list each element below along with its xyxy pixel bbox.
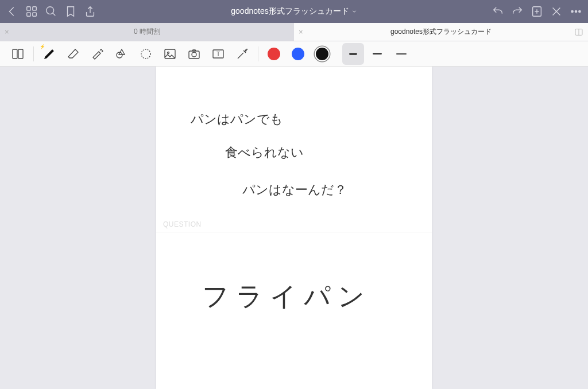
grid-icon[interactable]	[25, 5, 38, 18]
outline-tool[interactable]	[7, 43, 29, 65]
titlebar: goodnotes形式フラッシュカード	[0, 0, 588, 23]
svg-point-4	[47, 7, 54, 14]
toolbar: ⚡ T	[0, 41, 588, 67]
canvas-area[interactable]: パンはパンでも 食べられない パンはなーんだ？ QUESTION フライパン	[0, 67, 588, 389]
chevron-down-icon	[351, 9, 357, 14]
svg-point-19	[141, 49, 150, 59]
lasso-tool[interactable]	[135, 43, 157, 65]
split-view-icon[interactable]	[574, 28, 583, 37]
tab-close-icon[interactable]: ×	[5, 28, 9, 36]
titlebar-right	[492, 5, 582, 18]
svg-point-23	[192, 52, 196, 57]
tabs-row: × 0 時間割 × goodnotes形式フラッシュカード	[0, 23, 588, 41]
laser-tool[interactable]	[231, 43, 253, 65]
svg-rect-16	[13, 49, 17, 59]
stroke-thick[interactable]	[342, 43, 364, 65]
pen-tool[interactable]: ⚡	[38, 43, 60, 65]
bookmark-icon[interactable]	[64, 5, 77, 18]
color-red[interactable]	[268, 48, 280, 60]
svg-point-11	[571, 10, 573, 12]
svg-point-13	[579, 10, 581, 12]
share-icon[interactable]	[84, 5, 96, 18]
question-line-1: パンはパンでも	[191, 108, 283, 131]
undo-icon[interactable]	[492, 5, 504, 18]
bluetooth-icon: ⚡	[40, 44, 45, 49]
eraser-tool[interactable]	[63, 43, 84, 65]
close-icon[interactable]	[550, 5, 563, 18]
text-tool[interactable]: T	[207, 43, 229, 65]
tab-label: goodnotes形式フラッシュカード	[390, 27, 492, 37]
highlighter-icon	[91, 47, 105, 61]
svg-rect-3	[33, 13, 36, 16]
tab-close-icon[interactable]: ×	[299, 28, 303, 36]
outline-icon	[11, 47, 25, 61]
svg-rect-0	[27, 7, 30, 10]
divider	[33, 46, 34, 61]
titlebar-left	[6, 5, 96, 18]
answer-text: フライパン	[202, 279, 372, 314]
shapes-tool[interactable]	[111, 43, 133, 65]
image-tool[interactable]	[159, 43, 181, 65]
svg-line-5	[53, 13, 56, 16]
divider	[258, 46, 258, 61]
svg-point-21	[168, 52, 169, 53]
question-label: QUESTION	[163, 220, 202, 228]
add-page-icon[interactable]	[531, 5, 543, 18]
stroke-thin[interactable]	[390, 43, 412, 65]
tab-active[interactable]: × goodnotes形式フラッシュカード	[294, 23, 588, 41]
tab-inactive[interactable]: × 0 時間割	[0, 23, 294, 41]
back-icon[interactable]	[6, 5, 18, 18]
camera-tool[interactable]	[183, 43, 205, 65]
tab-label: 0 時間割	[134, 27, 160, 37]
svg-rect-2	[27, 13, 30, 16]
highlighter-tool[interactable]	[87, 43, 109, 65]
svg-rect-17	[18, 49, 23, 59]
svg-text:T: T	[216, 51, 220, 57]
search-icon[interactable]	[45, 5, 57, 18]
image-icon	[163, 47, 177, 61]
laser-icon	[235, 47, 249, 61]
document-title[interactable]: goodnotes形式フラッシュカード	[96, 6, 492, 17]
color-blue[interactable]	[292, 48, 304, 60]
svg-point-27	[247, 49, 247, 49]
shapes-icon	[115, 47, 129, 61]
eraser-icon	[67, 47, 80, 61]
lasso-icon	[139, 47, 153, 61]
more-icon[interactable]	[570, 5, 582, 18]
card-divider	[156, 232, 432, 232]
camera-icon	[187, 47, 201, 61]
stroke-medium[interactable]	[366, 43, 388, 65]
svg-point-12	[575, 10, 577, 12]
question-line-2: 食べられない	[225, 141, 304, 164]
document-title-text: goodnotes形式フラッシュカード	[231, 6, 349, 17]
text-icon: T	[211, 47, 225, 61]
redo-icon[interactable]	[511, 5, 524, 18]
color-black[interactable]	[316, 48, 328, 60]
flashcard-page[interactable]: パンはパンでも 食べられない パンはなーんだ？ QUESTION フライパン	[156, 67, 432, 389]
question-line-3: パンはなーんだ？	[242, 178, 347, 201]
svg-rect-1	[33, 7, 36, 10]
